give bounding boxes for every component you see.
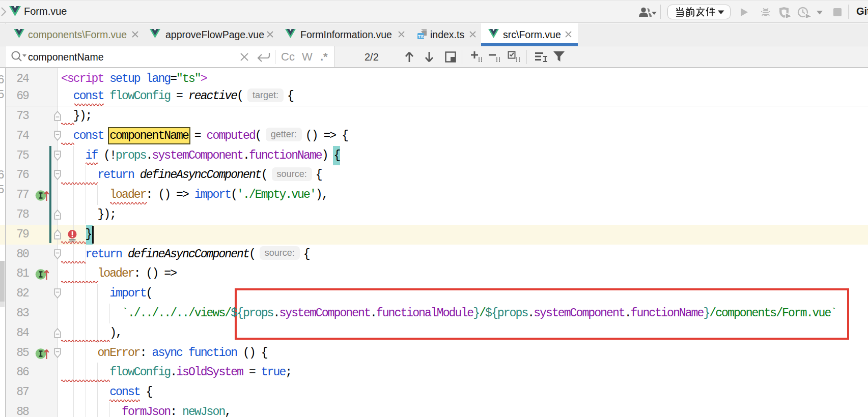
svg-text:TS: TS bbox=[418, 34, 424, 39]
